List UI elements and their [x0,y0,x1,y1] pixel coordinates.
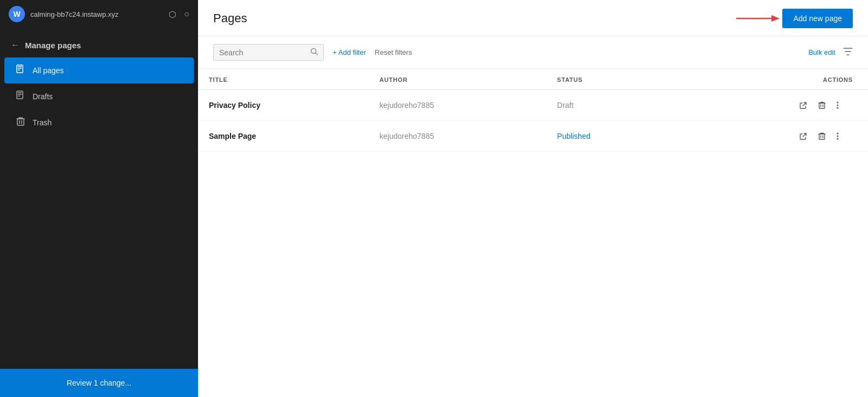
back-button[interactable]: ← Manage pages [0,33,198,57]
add-new-wrapper: Add new page [782,9,853,28]
sidebar-item-drafts[interactable]: Drafts [4,84,194,110]
svg-point-22 [837,105,839,106]
more-options-button[interactable] [833,130,842,143]
toolbar: + Add filter Reset filters Bulk edit [198,36,868,69]
pages-icon [15,65,26,76]
site-domain: calming-bb7c24.instawp.xyz [30,10,163,18]
pages-table: TITLE AUTHOR STATUS ACTIONS Privacy Poli… [198,69,868,152]
search-input[interactable] [219,48,306,57]
sidebar-item-drafts-label: Drafts [33,92,53,101]
add-new-page-button[interactable]: Add new page [782,9,853,28]
svg-point-29 [837,138,839,140]
svg-marker-12 [771,15,780,22]
col-actions: ACTIONS [674,69,868,90]
sidebar-nav: ← Manage pages All pages [0,28,198,369]
filter-icon[interactable] [843,47,853,58]
cell-author: kejudoreho7885 [369,121,546,152]
sidebar-footer: Review 1 change... [0,369,198,397]
search-magnifier-icon [310,48,318,57]
sidebar-item-trash-label: Trash [33,118,52,127]
sidebar: W calming-bb7c24.instawp.xyz ⬡ ○ ← Manag… [0,0,198,397]
sidebar-item-all-pages-label: All pages [33,66,64,75]
col-author: AUTHOR [369,69,546,90]
svg-point-28 [837,136,839,137]
svg-point-23 [837,107,839,109]
table-container: TITLE AUTHOR STATUS ACTIONS Privacy Poli… [198,69,868,397]
external-link-icon[interactable]: ⬡ [169,9,176,20]
svg-rect-3 [18,69,20,71]
red-arrow [736,12,780,24]
external-link-button[interactable] [796,130,810,143]
trash-icon [15,117,26,129]
svg-rect-8 [17,119,24,125]
cell-author: kejudoreho7885 [369,90,546,121]
svg-rect-4 [17,91,23,99]
search-box[interactable] [213,44,324,61]
external-link-button[interactable] [796,99,810,112]
cell-title: Privacy Policy [198,90,369,121]
svg-point-27 [837,133,839,135]
add-filter-button[interactable]: + Add filter [333,48,366,56]
cell-actions [674,90,868,121]
svg-rect-1 [18,66,22,67]
delete-button[interactable] [815,99,829,112]
drafts-icon [15,91,26,103]
cell-actions [674,121,868,152]
col-status: STATUS [546,69,675,90]
back-arrow-icon: ← [11,40,20,50]
reset-filters-button[interactable]: Reset filters [375,48,412,56]
header-icons: ⬡ ○ [169,9,189,20]
svg-rect-18 [819,103,825,108]
svg-line-14 [316,53,318,55]
sidebar-item-all-pages[interactable]: All pages [4,57,194,84]
wp-logo: W [9,6,25,22]
svg-rect-24 [819,134,825,139]
cell-status: Published [546,121,675,152]
svg-rect-2 [18,68,22,69]
cell-title: Sample Page [198,121,369,152]
main-header: Pages Add new page [198,0,868,36]
sidebar-item-trash[interactable]: Trash [4,110,194,136]
manage-pages-label: Manage pages [25,41,81,50]
svg-point-21 [837,102,839,104]
col-title: TITLE [198,69,369,90]
bulk-edit-button[interactable]: Bulk edit [808,48,835,56]
table-row: Sample Page kejudoreho7885 Published [198,121,868,152]
page-title: Pages [213,11,247,25]
review-change-button[interactable]: Review 1 change... [0,369,198,397]
table-header-row: TITLE AUTHOR STATUS ACTIONS [198,69,868,90]
toolbar-right: Bulk edit [808,47,853,58]
cell-status: Draft [546,90,675,121]
main-content: Pages Add new page + Add filter Reset fi… [198,0,868,397]
delete-button[interactable] [815,130,829,143]
more-options-button[interactable] [833,99,842,112]
sidebar-header: W calming-bb7c24.instawp.xyz ⬡ ○ [0,0,198,28]
search-icon[interactable]: ○ [184,9,189,19]
table-row: Privacy Policy kejudoreho7885 Draft [198,90,868,121]
